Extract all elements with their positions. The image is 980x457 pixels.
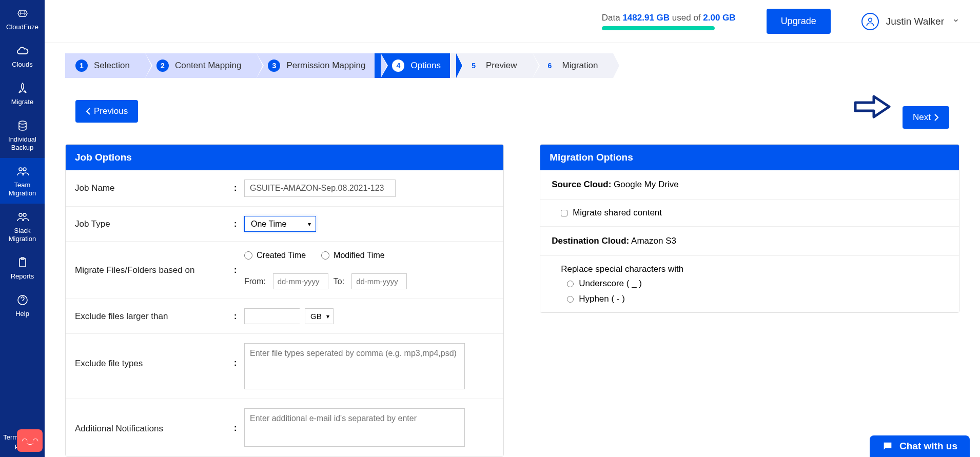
exclude-larger-label: Exclude files larger than [75,311,234,322]
data-total: 2.00 GB [703,13,735,23]
sidebar-item-clouds[interactable]: Clouds [0,37,45,75]
source-cloud-value: Google My Drive [611,180,678,189]
chat-icon [882,441,893,452]
sidebar-label: Clouds [12,61,32,69]
size-unit-select[interactable]: GB [305,308,334,324]
step-label: Preview [486,61,517,71]
sidebar-label: Individual Backup [0,135,45,152]
chevron-down-icon [952,17,959,26]
sidebar-item-cloudfuze[interactable]: CloudFuze [0,0,45,37]
sidebar-label: Team Migration [0,181,45,197]
destination-cloud-value: Amazon S3 [629,236,676,246]
job-options-panel: Job Options Job Name : Job Type : On [65,144,504,456]
database-icon [15,118,30,133]
job-options-title: Job Options [66,145,503,170]
previous-button[interactable]: Previous [75,100,138,123]
modified-time-radio[interactable]: Modified Time [321,251,385,260]
feedback-widget[interactable] [17,429,43,452]
exclude-size-input[interactable] [244,308,300,324]
avatar-icon [861,13,879,30]
created-time-radio[interactable]: Created Time [244,251,306,260]
sidebar-item-reports[interactable]: Reports [0,249,45,287]
rocket-icon [15,81,30,95]
data-usage-bar [602,26,715,30]
step-label: Migration [562,61,598,71]
migration-options-title: Migration Options [540,145,959,170]
step-label: Permission Mapping [286,61,365,71]
to-date-input[interactable] [351,273,407,289]
panels: Job Options Job Name : Job Type : On [65,144,959,456]
sidebar-label: Migrate [11,98,33,106]
team-icon [15,210,30,224]
from-date-input[interactable] [273,273,328,289]
svg-point-2 [23,168,26,171]
arrow-hint-icon [853,93,892,122]
sidebar-label: Slack Migration [0,227,45,243]
exclude-types-textarea[interactable] [244,343,465,389]
data-mid: used of [670,13,703,23]
destination-cloud-row: Destination Cloud: Amazon S3 [540,227,959,256]
clipboard-icon [15,255,30,270]
replace-chars-label: Replace special characters with [561,264,938,274]
header: Data 1482.91 GB used of 2.00 GB Upgrade … [45,0,980,43]
migrate-based-label: Migrate Files/Folders based on [75,265,234,275]
sidebar-item-team-migration[interactable]: Team Migration [0,158,45,204]
notifications-textarea[interactable] [244,408,465,447]
data-usage: Data 1482.91 GB used of 2.00 GB [602,13,736,30]
sidebar-label: CloudFuze [6,23,38,31]
data-prefix: Data [602,13,623,23]
from-label: From: [244,277,266,286]
sidebar: CloudFuze Clouds Migrate Individual Back… [0,0,45,457]
sidebar-item-migrate[interactable]: Migrate [0,75,45,112]
hyphen-radio[interactable]: Hyphen ( - ) [567,294,938,304]
svg-point-1 [19,168,22,171]
help-icon [15,293,30,307]
migrate-shared-checkbox[interactable]: Migrate shared content [561,208,938,218]
cloud-icon [15,44,30,58]
upgrade-button[interactable]: Upgrade [767,9,831,34]
svg-point-3 [19,213,22,216]
chat-widget[interactable]: Chat with us [870,435,970,457]
step-label: Options [410,61,441,71]
source-cloud-row: Source Cloud: Google My Drive [540,170,959,200]
nav-row: Previous Next [75,93,949,129]
team-icon [15,164,30,178]
underscore-radio[interactable]: Underscore ( _ ) [567,279,938,289]
step-label: Content Mapping [175,61,241,71]
job-name-input[interactable] [244,180,396,197]
sidebar-item-individual-backup[interactable]: Individual Backup [0,112,45,158]
sidebar-label: Help [15,310,29,318]
source-cloud-label: Source Cloud: [552,180,611,189]
stepper: 1Selection 2Content Mapping 3Permission … [65,53,959,78]
job-name-label: Job Name [75,183,234,193]
step-content-mapping[interactable]: 2Content Mapping [139,53,257,78]
job-type-select[interactable]: One Time [244,216,316,232]
next-label: Next [913,112,931,123]
chat-label: Chat with us [899,441,957,452]
to-label: To: [334,277,344,286]
notifications-label: Additional Notifications [75,408,234,434]
main-content: 1Selection 2Content Mapping 3Permission … [45,43,980,457]
destination-cloud-label: Destination Cloud: [552,236,629,246]
user-menu[interactable]: Justin Walker [861,13,959,30]
logo-icon [15,6,30,21]
svg-point-0 [19,121,26,124]
previous-label: Previous [94,106,128,116]
svg-point-8 [868,18,872,22]
exclude-types-label: Exclude file types [75,343,234,369]
step-permission-mapping[interactable]: 3Permission Mapping [250,53,381,78]
step-selection[interactable]: 1Selection [65,53,145,78]
sidebar-item-help[interactable]: Help [0,287,45,324]
data-used: 1482.91 GB [622,13,670,23]
sidebar-label: Reports [11,272,34,281]
job-type-label: Job Type [75,219,234,229]
next-button[interactable]: Next [903,106,949,129]
user-name: Justin Walker [886,16,944,27]
migration-options-panel: Migration Options Source Cloud: Google M… [540,144,959,313]
step-label: Selection [94,61,130,71]
sidebar-item-slack-migration[interactable]: Slack Migration [0,204,45,249]
svg-point-4 [23,213,26,216]
